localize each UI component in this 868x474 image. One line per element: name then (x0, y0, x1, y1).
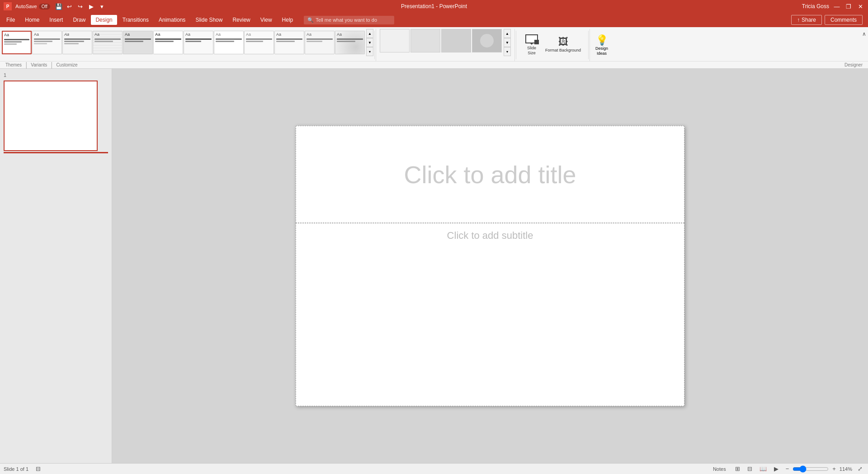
theme-gallery-scroll: ▲ ▼ ▾ (366, 29, 373, 56)
minimize-button[interactable]: — (833, 2, 841, 10)
menu-file[interactable]: File (2, 15, 19, 25)
customize-qat-button[interactable]: ▾ (97, 1, 107, 11)
slide-size-label: SlideSize (527, 46, 536, 56)
share-button[interactable]: ↑ Share (791, 15, 822, 25)
ribbon-bottom-labels: Themes | Variants | Customize Designer (0, 61, 868, 68)
search-input[interactable] (316, 17, 391, 23)
subtitle-textbox[interactable]: Click to add subtitle (296, 223, 684, 406)
menu-review[interactable]: Review (228, 15, 255, 25)
status-left: Slide 1 of 1 ⊟ (4, 465, 42, 473)
autosave-label: AutoSave (15, 4, 37, 9)
ribbon-collapse-button[interactable]: ∧ (860, 29, 868, 39)
variants-gallery: ▲ ▼ ▾ (380, 29, 511, 56)
subtitle-placeholder-text: Click to add subtitle (447, 230, 533, 242)
restore-button[interactable]: ❐ (844, 2, 853, 10)
themes-scroll-up[interactable]: ▲ (366, 29, 373, 38)
normal-view-button[interactable]: ⊞ (733, 465, 742, 473)
present-button[interactable]: ▶ (86, 1, 96, 11)
search-box[interactable]: 🔍 (304, 16, 394, 24)
menu-animations[interactable]: Animations (154, 15, 190, 25)
themes-scroll-more[interactable]: ▾ (366, 47, 373, 56)
slide-canvas[interactable]: Click to add title Click to add subtitle (296, 126, 684, 406)
title-placeholder-text: Click to add title (404, 161, 576, 189)
format-background-button[interactable]: 🖼 Format Background (542, 35, 584, 55)
slide-thumbnail-1[interactable] (4, 81, 98, 151)
slide-size-icon (525, 34, 538, 45)
menu-insert[interactable]: Insert (45, 15, 67, 25)
undo-button[interactable]: ↩ (65, 1, 75, 11)
theme-10[interactable]: Aa (274, 31, 304, 54)
notes-button[interactable]: Notes (709, 465, 730, 473)
theme-12[interactable]: Aa (335, 31, 365, 54)
theme-9[interactable]: Aa (244, 31, 274, 54)
slideshow-button[interactable]: ▶ (772, 465, 780, 473)
app-logo: P (4, 2, 12, 10)
theme-8[interactable]: Aa (214, 31, 244, 54)
variant-3[interactable] (441, 29, 471, 52)
theme-11[interactable]: Aa (305, 31, 335, 54)
themes-gallery: Aa Aa (2, 29, 373, 56)
share-icon: ↑ (797, 17, 800, 23)
main-area: 1 Click to add title Click to add subtit… (0, 69, 868, 463)
canvas-area[interactable]: Click to add title Click to add subtitle (112, 69, 868, 463)
theme-7[interactable]: Aa (184, 31, 213, 54)
accessibility-button[interactable]: ⊟ (34, 465, 42, 473)
themes-bottom-label: Themes (2, 62, 25, 67)
variant-1[interactable] (380, 29, 410, 52)
zoom-in-button[interactable]: + (830, 465, 838, 473)
slide-panel: 1 (0, 69, 112, 463)
title-bar: P AutoSave Off 💾 ↩ ↪ ▶ ▾ Presentation1 -… (0, 0, 868, 13)
theme-office[interactable]: Aa (2, 31, 32, 54)
ribbon-content: Aa Aa (0, 27, 868, 61)
ribbon-designer-section[interactable]: 💡 DesignIdeas (590, 29, 613, 61)
slide-info: Slide 1 of 1 (4, 466, 28, 472)
design-ideas-icon: 💡 (596, 34, 608, 46)
theme-3[interactable]: Aa (62, 31, 92, 54)
close-button[interactable]: ✕ (856, 2, 864, 10)
menu-help[interactable]: Help (278, 15, 298, 25)
variant-2[interactable] (410, 29, 440, 52)
menu-transitions[interactable]: Transitions (118, 15, 153, 25)
variant-4[interactable] (472, 29, 502, 52)
redo-button[interactable]: ↪ (75, 1, 85, 11)
menu-home[interactable]: Home (20, 15, 44, 25)
theme-6[interactable]: Aa (153, 31, 183, 54)
save-button[interactable]: 💾 (54, 1, 64, 11)
search-icon: 🔍 (307, 17, 314, 23)
user-name: Tricia Goss (802, 3, 829, 9)
title-textbox[interactable]: Click to add title (296, 126, 684, 223)
title-bar-left: P AutoSave Off 💾 ↩ ↪ ▶ ▾ (4, 1, 107, 11)
menu-view[interactable]: View (256, 15, 277, 25)
customize-bottom-label: Customize (52, 62, 81, 67)
theme-2[interactable]: Aa (32, 31, 62, 54)
variants-scroll-down[interactable]: ▼ (504, 38, 511, 47)
zoom-slider[interactable] (793, 465, 829, 473)
slide-number: 1 (4, 72, 108, 78)
ribbon-themes-section: Aa Aa (2, 29, 373, 61)
format-background-icon: 🖼 (558, 37, 568, 47)
variants-scroll: ▲ ▼ ▾ (504, 29, 511, 56)
ribbon: Aa Aa (0, 27, 868, 69)
zoom-out-button[interactable]: − (784, 465, 791, 473)
menu-slideshow[interactable]: Slide Show (191, 15, 227, 25)
fit-slide-button[interactable]: ⤢ (856, 465, 864, 473)
slide-size-button[interactable]: SlideSize (521, 33, 542, 57)
themes-scroll-down[interactable]: ▼ (366, 38, 373, 47)
theme-4[interactable]: Aa (93, 31, 123, 54)
zoom-level: 114% (840, 466, 852, 472)
menu-draw[interactable]: Draw (68, 15, 90, 25)
reading-view-button[interactable]: 📖 (758, 465, 769, 473)
variants-scroll-up[interactable]: ▲ (504, 29, 511, 38)
status-bar: Slide 1 of 1 ⊟ Notes ⊞ ⊟ 📖 ▶ − + 114% ⤢ (0, 463, 868, 474)
autosave-toggle[interactable]: Off (39, 4, 50, 9)
variants-scroll-more[interactable]: ▾ (504, 47, 511, 56)
autosave-area: AutoSave Off (15, 4, 50, 9)
comments-label: Comments (830, 17, 857, 23)
slide-thumbnail-container (4, 81, 108, 153)
share-label: Share (802, 17, 816, 23)
slide-sorter-button[interactable]: ⊟ (745, 465, 754, 473)
ribbon-customize-section: SlideSize 🖼 Format Background (517, 29, 587, 61)
comments-button[interactable]: Comments (825, 15, 863, 25)
theme-5[interactable]: Aa (123, 31, 153, 54)
menu-design[interactable]: Design (91, 15, 117, 25)
